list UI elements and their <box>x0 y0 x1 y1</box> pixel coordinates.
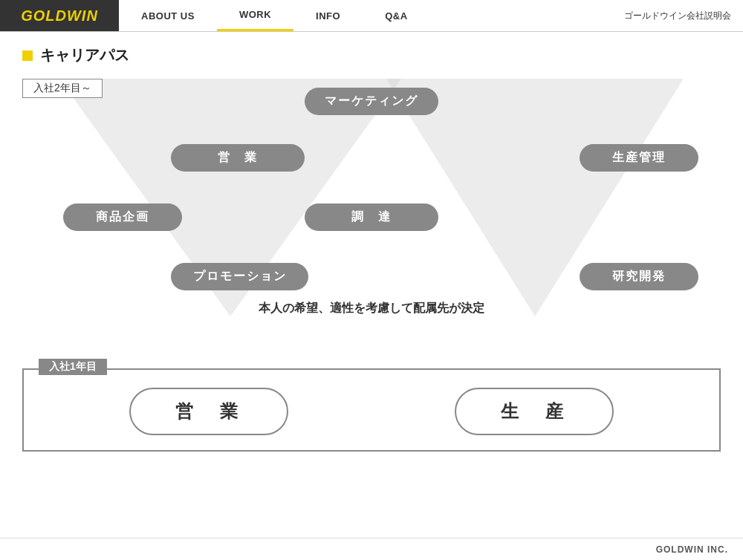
pill-product-planning: 商品企画 <box>63 204 182 231</box>
bottom-pill-sales: 営 業 <box>129 388 288 435</box>
nav-info[interactable]: INFO <box>293 0 363 31</box>
section-title-text: キャリアパス <box>40 45 129 65</box>
main-content: キャリアパス 入社2年目～ マーケティング 営 業 生産管理 商品企画 調 達 … <box>0 32 743 538</box>
header: GOLDWIN ABOUT US WORK INFO Q&A ゴールドウイン会社… <box>0 0 743 32</box>
footer: GOLDWIN INC. <box>0 538 743 560</box>
year-badge-bottom: 入社1年目 <box>39 359 107 375</box>
footer-text: GOLDWIN INC. <box>656 544 728 555</box>
year-badge-top: 入社2年目～ <box>22 79 103 98</box>
title-marker <box>22 51 33 61</box>
bottom-box: 入社1年目 営 業 生 産 <box>22 368 721 452</box>
company-info: ゴールドウイン会社説明会 <box>624 0 743 31</box>
career-area: 入社2年目～ マーケティング 営 業 生産管理 商品企画 調 達 プロモーション… <box>22 79 721 452</box>
logo-area: GOLDWIN <box>0 0 119 31</box>
pill-marketing: マーケティング <box>305 88 438 115</box>
bottom-pills: 営 業 生 産 <box>46 388 697 435</box>
nav-qa[interactable]: Q&A <box>363 0 429 31</box>
pill-sales: 営 業 <box>171 144 305 172</box>
logo: GOLDWIN <box>21 7 98 25</box>
caption-text: 本人の希望、適性を考慮して配属先が決定 <box>259 301 484 316</box>
nav-about-us[interactable]: ABOUT US <box>119 0 217 31</box>
funnel-container: マーケティング 営 業 生産管理 商品企画 調 達 プロモーション 研究開発 本… <box>22 79 721 368</box>
pill-procurement: 調 達 <box>305 204 438 231</box>
pill-promotion: プロモーション <box>171 263 308 290</box>
pill-production-mgmt: 生産管理 <box>580 144 698 172</box>
bottom-pill-production: 生 産 <box>455 388 614 435</box>
main-nav: ABOUT US WORK INFO Q&A <box>119 0 624 31</box>
nav-work[interactable]: WORK <box>217 0 293 31</box>
section-title: キャリアパス <box>22 45 721 65</box>
pill-research: 研究開発 <box>580 263 698 290</box>
